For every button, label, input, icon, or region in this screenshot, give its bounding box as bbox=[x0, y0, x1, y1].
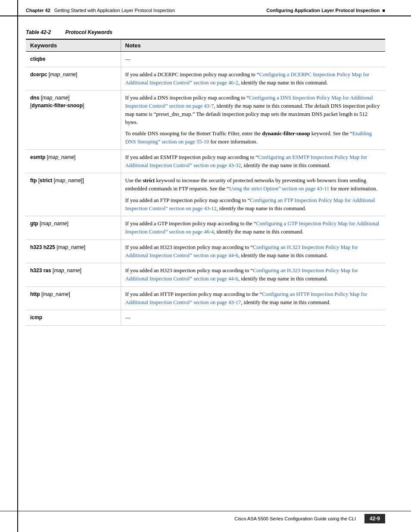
table-header-row: Keywords Notes bbox=[26, 39, 385, 52]
table-row: ftp [strict [map_name]] Use the strict k… bbox=[26, 173, 385, 216]
keyword-cell: h323 ras [map_name] bbox=[26, 263, 121, 287]
dns-link2[interactable]: Enabling DNS Snooping” section on page 5… bbox=[125, 131, 372, 145]
keyword-strict-inline: strict bbox=[143, 177, 155, 184]
page-number: 42-9 bbox=[364, 514, 385, 523]
keyword-esmtp-param: map_name bbox=[48, 154, 74, 160]
table-row: dcerpc [map_name] If you added a DCERPC … bbox=[26, 67, 385, 90]
table-name: Protocol Keywords bbox=[65, 29, 112, 35]
page: Chapter 42 Getting Started with Applicat… bbox=[0, 0, 411, 532]
keyword-ctiqbe: ctiqbe bbox=[30, 56, 45, 62]
chapter-title: Getting Started with Application Layer P… bbox=[52, 8, 175, 13]
keyword-icmp: icmp bbox=[30, 314, 42, 320]
col-keywords-header: Keywords bbox=[26, 39, 121, 52]
table-row: ctiqbe — bbox=[26, 52, 385, 67]
left-border bbox=[17, 0, 18, 532]
keyword-ftp: ftp bbox=[30, 177, 37, 184]
http-link[interactable]: Configuring an HTTP Inspection Policy Ma… bbox=[125, 291, 367, 305]
notes-cell: Use the strict keyword to increase the s… bbox=[121, 173, 385, 216]
table-row: dns [map_name] [dynamic-filter-snoop] If… bbox=[26, 90, 385, 150]
notes-cell: — bbox=[121, 52, 385, 67]
notes-cell: If you added an H323 inspection policy m… bbox=[121, 240, 385, 263]
footer-text: Cisco ASA 5500 Series Configuration Guid… bbox=[191, 516, 364, 521]
header-left: Chapter 42 Getting Started with Applicat… bbox=[26, 8, 175, 13]
ftp-note2: If you added an FTP inspection policy ma… bbox=[125, 196, 381, 213]
ftp-link2[interactable]: Configuring an FTP Inspection Policy Map… bbox=[125, 197, 375, 212]
notes-cell: — bbox=[121, 310, 385, 326]
keyword-cell: dcerpc [map_name] bbox=[26, 67, 121, 90]
table-row: icmp — bbox=[26, 310, 385, 326]
keyword-cell: icmp bbox=[26, 310, 121, 326]
keywords-table: Keywords Notes ctiqbe — dcerpc [map_name… bbox=[26, 39, 385, 326]
notes-cell: If you added an HTTP inspection policy m… bbox=[121, 286, 385, 310]
table-row: http [map_name] If you added an HTTP ins… bbox=[26, 286, 385, 310]
table-label: Table 42-2 bbox=[26, 29, 51, 35]
ftp-note1: Use the strict keyword to increase the s… bbox=[125, 177, 381, 193]
table-title: Table 42-2 Protocol Keywords bbox=[26, 29, 385, 35]
esmtp-link[interactable]: Configuring an ESMTP Inspection Policy M… bbox=[125, 154, 367, 168]
keyword-h323-ras: h323 ras bbox=[30, 268, 51, 274]
keyword-cell: dns [map_name] [dynamic-filter-snoop] bbox=[26, 90, 121, 150]
keyword-dcerpc: dcerpc bbox=[30, 72, 47, 78]
col-notes-header: Notes bbox=[121, 39, 385, 52]
notes-cell: If you added an ESMTP inspection policy … bbox=[121, 149, 385, 173]
keyword-dynamic-filter-snoop-inline: dynamic-filter-snoop bbox=[262, 131, 310, 137]
dns-note1: If you added a DNS inspection policy map… bbox=[125, 94, 381, 126]
keyword-cell: gtp [map_name] bbox=[26, 216, 121, 240]
keyword-cell: http [map_name] bbox=[26, 286, 121, 310]
h323-h225-link[interactable]: Configuring an H.323 Inspection Policy M… bbox=[125, 244, 358, 258]
table-row: h323 h225 [map_name] If you added an H32… bbox=[26, 240, 385, 263]
keyword-ftp-param: map_name bbox=[55, 177, 81, 184]
keyword-h323-ras-param: map_name bbox=[54, 268, 80, 274]
keyword-h323-h225: h323 h225 bbox=[30, 244, 55, 250]
keyword-dcerpc-param: map_name bbox=[50, 72, 76, 78]
table-row: h323 ras [map_name] If you added an H323… bbox=[26, 263, 385, 287]
header-section-title: Configuring Application Layer Protocol I… bbox=[266, 8, 380, 13]
dcerpc-link[interactable]: Configuring a DCERPC Inspection Policy M… bbox=[125, 72, 370, 86]
table-row: esmtp [map_name] If you added an ESMTP i… bbox=[26, 149, 385, 173]
dns-link1[interactable]: Configuring a DNS Inspection Policy Map … bbox=[125, 95, 373, 109]
page-header: Chapter 42 Getting Started with Applicat… bbox=[0, 0, 411, 16]
gtp-link[interactable]: Configuring a GTP Inspection Policy Map … bbox=[125, 221, 380, 235]
keyword-cell: esmtp [map_name] bbox=[26, 149, 121, 173]
keyword-dns: dns bbox=[30, 95, 39, 101]
keyword-http: http bbox=[30, 291, 40, 297]
keyword-cell: ftp [strict [map_name]] bbox=[26, 173, 121, 216]
page-content: Table 42-2 Protocol Keywords Keywords No… bbox=[0, 16, 411, 360]
notes-cell: If you added a DNS inspection policy map… bbox=[121, 90, 385, 150]
keyword-http-param: map_name bbox=[43, 291, 68, 297]
page-footer: Cisco ASA 5500 Series Configuration Guid… bbox=[0, 511, 411, 523]
dns-note2: To enable DNS snooping for the Botnet Tr… bbox=[125, 130, 381, 146]
header-right: Configuring Application Layer Protocol I… bbox=[266, 8, 385, 13]
keyword-cell: h323 h225 [map_name] bbox=[26, 240, 121, 263]
keyword-h323-h225-param: map_name bbox=[58, 244, 84, 250]
keyword-gtp: gtp bbox=[30, 221, 38, 227]
ftp-link1[interactable]: Using the strict Option” section on page… bbox=[229, 186, 329, 192]
notes-cell: If you added a GTP inspection policy map… bbox=[121, 216, 385, 240]
table-row: gtp [map_name] If you added a GTP inspec… bbox=[26, 216, 385, 240]
chapter-label: Chapter 42 bbox=[26, 8, 50, 13]
keyword-gtp-param: map_name bbox=[41, 221, 67, 227]
keyword-dynamic-filter-snoop: dynamic-filter-snoop bbox=[31, 103, 83, 109]
keyword-cell: ctiqbe bbox=[26, 52, 121, 67]
h323-ras-link[interactable]: Configuring an H.323 Inspection Policy M… bbox=[125, 268, 358, 282]
notes-cell: If you added an H323 inspection policy m… bbox=[121, 263, 385, 287]
keyword-esmtp: esmtp bbox=[30, 154, 45, 160]
keyword-strict: strict bbox=[40, 177, 52, 184]
notes-cell: If you added a DCERPC inspection policy … bbox=[121, 67, 385, 90]
keyword-dns-param: map_name bbox=[42, 95, 68, 101]
